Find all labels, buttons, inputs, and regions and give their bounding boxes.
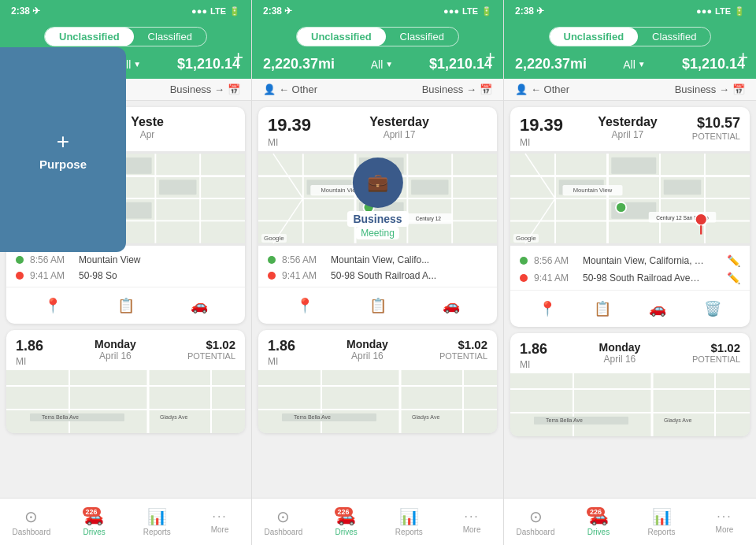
classified-tab-2[interactable]: Classified xyxy=(386,28,458,46)
waypoint-end-1: 9:41 AM 50-98 So xyxy=(16,268,235,284)
note-action-3[interactable]: 📋 xyxy=(363,294,393,317)
trip-unit-5: MI xyxy=(520,137,563,148)
drives-badge-3: 226 xyxy=(587,507,605,517)
trip-card-3: 19.39 MI Yesterday April 17 xyxy=(258,107,497,324)
nav-reports-1[interactable]: 📊 Reports xyxy=(126,507,189,536)
nav-dashboard-2[interactable]: ⊙ Dashboard xyxy=(252,507,315,536)
business-circle-2[interactable]: 💼 xyxy=(353,158,403,208)
person-icon-2: 👤 xyxy=(263,83,276,95)
filter-right-2[interactable]: Business → 📅 xyxy=(422,83,492,95)
battery-icon-2: 🔋 xyxy=(481,6,492,17)
filter-left-3[interactable]: 👤 ← Other xyxy=(515,83,569,95)
reports-icon-3: 📊 xyxy=(652,507,672,526)
nav-reports-3[interactable]: 📊 Reports xyxy=(630,507,693,536)
svg-rect-65 xyxy=(611,158,656,174)
location-action-5[interactable]: 📍 xyxy=(532,297,562,321)
trip-day-2: Monday xyxy=(94,338,136,350)
business-overlay-2[interactable]: 💼 Business Meeting xyxy=(346,158,408,239)
nav-reports-2[interactable]: 📊 Reports xyxy=(378,507,441,536)
svg-point-72 xyxy=(616,202,626,213)
drives-badge-1: 226 xyxy=(83,507,101,517)
classified-tab-3[interactable]: Classified xyxy=(638,28,710,46)
more-icon-3: ··· xyxy=(717,510,732,524)
filter-right-1[interactable]: Business → 📅 xyxy=(170,83,240,95)
trip-header-2: 1.86 MI Monday April 16 $1.02 POTENTIAL xyxy=(6,330,245,370)
trip-price-6: $1.02 xyxy=(692,341,740,354)
bottom-nav-1: ⊙ Dashboard 226 🚗 Drives 📊 Reports ··· M… xyxy=(0,498,251,545)
trip-distance-3: 19.39 xyxy=(268,115,311,135)
add-button-1[interactable]: + xyxy=(233,49,243,66)
toggle-group-1: Unclassified Classified xyxy=(44,27,207,46)
location-action-3[interactable]: 📍 xyxy=(290,294,320,317)
toggle-group-3: Unclassified Classified xyxy=(549,27,712,46)
trip-distance-col-4: 1.86 MI xyxy=(268,338,295,367)
trip-distance-col-6: 1.86 MI xyxy=(520,341,547,370)
trip-waypoints-5: 8:56 AM Mountain View, California, Un...… xyxy=(510,246,750,290)
trip-date-col-2: Monday April 16 xyxy=(94,338,136,361)
trip-distance-5: 19.39 xyxy=(520,115,563,135)
add-button-2[interactable]: + xyxy=(485,49,495,66)
status-icons-1: ●●● LTE 🔋 xyxy=(191,6,240,17)
note-action-5[interactable]: 📋 xyxy=(587,297,617,321)
edit-start-icon-5[interactable]: ✏️ xyxy=(727,254,740,267)
amount-1: $1,210.14 xyxy=(177,56,240,72)
trip-price-2: $1.02 xyxy=(187,338,235,351)
trip-potential-4: POTENTIAL xyxy=(439,351,487,361)
start-time-3: 8:56 AM xyxy=(282,254,324,265)
edit-end-icon-5[interactable]: ✏️ xyxy=(727,272,740,284)
svg-text:Terra Bella Ave: Terra Bella Ave xyxy=(42,414,79,420)
car-action-1[interactable]: 🚗 xyxy=(184,294,214,317)
start-time-1: 8:56 AM xyxy=(30,254,72,265)
svg-text:Gladys Ave: Gladys Ave xyxy=(412,414,439,421)
add-button-3[interactable]: + xyxy=(738,49,748,66)
purpose-overlay-1[interactable]: + Purpose xyxy=(0,47,126,252)
trip-waypoints-3: 8:56 AM Mountain View, Califo... 9:41 AM… xyxy=(258,246,497,287)
unclassified-tab-3[interactable]: Unclassified xyxy=(550,28,639,46)
classified-tab-1[interactable]: Classified xyxy=(134,28,206,46)
signal-icon-3: ●●● xyxy=(696,6,712,16)
purpose-label-1: Purpose xyxy=(39,158,87,171)
trip-potential-5: POTENTIAL xyxy=(692,132,740,141)
end-address-3: 50-98 South Railroad A... xyxy=(331,270,436,281)
nav-drives-2[interactable]: 226 🚗 Drives xyxy=(315,507,378,536)
trip-price-5: $10.57 xyxy=(692,115,740,132)
trip-header-4: 1.86 MI Monday April 16 $1.02 POTENTIAL xyxy=(258,330,497,370)
status-bar-3: 2:38 ✈ ●●● LTE 🔋 xyxy=(504,0,756,22)
trip-unit-3: MI xyxy=(268,137,311,148)
svg-rect-67 xyxy=(664,180,702,195)
location-action-1[interactable]: 📍 xyxy=(38,294,68,317)
unclassified-tab-2[interactable]: Unclassified xyxy=(297,28,386,46)
trip-actions-5: 📍 📋 🚗 🗑️ xyxy=(510,290,750,327)
trip-distance-4: 1.86 xyxy=(268,338,295,354)
network-type-3: LTE xyxy=(715,6,731,16)
nav-dashboard-3[interactable]: ⊙ Dashboard xyxy=(504,507,567,536)
nav-drives-1[interactable]: 226 🚗 Drives xyxy=(63,507,126,536)
unclassified-tab-1[interactable]: Unclassified xyxy=(45,28,134,46)
note-action-1[interactable]: 📋 xyxy=(111,294,141,317)
car-action-5[interactable]: 🚗 xyxy=(643,297,673,321)
trip-unit-6: MI xyxy=(520,359,547,370)
filter-3[interactable]: All ▼ xyxy=(623,58,645,71)
delete-action-5[interactable]: 🗑️ xyxy=(698,297,728,321)
nav-more-1[interactable]: ··· More xyxy=(188,510,251,534)
car-action-3[interactable]: 🚗 xyxy=(436,294,466,317)
trip-map-mini-6: Terra Bella Ave Gladys Ave xyxy=(510,373,750,436)
toggle-group-2: Unclassified Classified xyxy=(296,27,459,46)
trip-map-3: Mountain View Century 12 Google 💼 Busine… xyxy=(258,151,497,246)
nav-drives-3[interactable]: 226 🚗 Drives xyxy=(567,507,630,536)
nav-more-2[interactable]: ··· More xyxy=(440,510,503,534)
filter-left-2[interactable]: 👤 ← Other xyxy=(263,83,317,95)
content-area-3: 19.39 MI Yesterday April 17 $10.57 POTEN… xyxy=(504,101,756,498)
filter-2[interactable]: All ▼ xyxy=(371,58,393,71)
nav-dashboard-1[interactable]: ⊙ Dashboard xyxy=(0,507,63,536)
trip-card-6: 1.86 MI Monday April 16 $1.02 POTENTIAL xyxy=(510,333,750,436)
calendar-icon-1: 📅 xyxy=(228,83,240,95)
status-icons-2: ●●● LTE 🔋 xyxy=(443,6,492,17)
end-address-1: 50-98 So xyxy=(79,270,117,281)
status-icons-3: ●●● LTE 🔋 xyxy=(696,6,745,17)
dashboard-label-2: Dashboard xyxy=(264,528,302,536)
nav-more-3[interactable]: ··· More xyxy=(693,510,756,534)
filter-right-3[interactable]: Business → 📅 xyxy=(675,83,745,95)
other-label-2: ← Other xyxy=(279,83,317,95)
google-watermark-5: Google xyxy=(513,234,539,243)
